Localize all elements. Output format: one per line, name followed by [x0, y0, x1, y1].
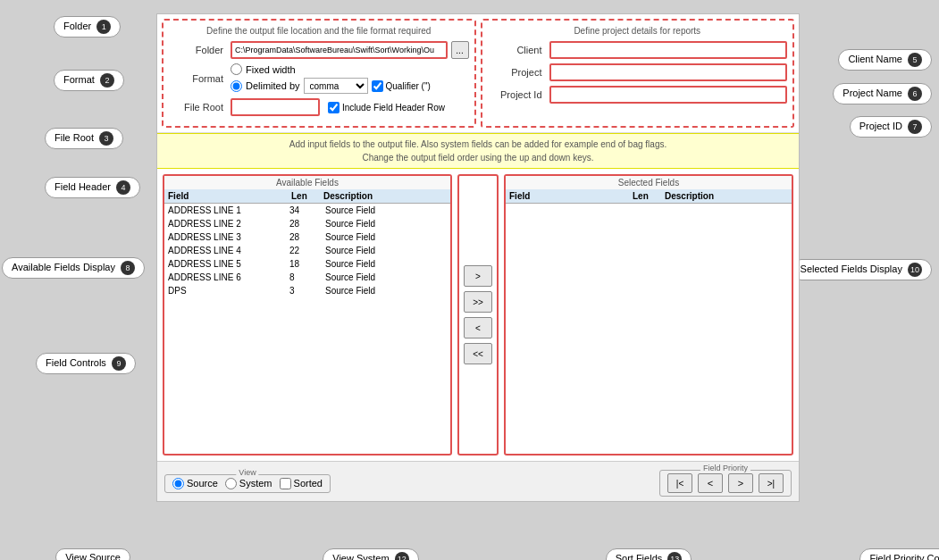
include-header-text: Include Field Header Row	[342, 103, 445, 113]
table-row[interactable]: ADDRESS LINE 518Source Field	[164, 257, 450, 271]
system-radio-label[interactable]: System	[225, 478, 272, 489]
file-root-row: File Root Include Field Header Row	[169, 98, 469, 116]
selected-fields-body	[506, 204, 792, 454]
label-available-fields: Available Fields Display 8	[2, 257, 145, 279]
qualifier-label: Qualifier (")	[386, 81, 431, 91]
selected-fields-panel: Selected Fields Field Len Description	[504, 174, 793, 456]
sorted-checkbox-label[interactable]: Sorted	[280, 478, 323, 489]
transfer-controls: > >> < <<	[457, 174, 499, 456]
col-field: Field	[168, 191, 291, 201]
label-project-id: Project ID 7	[850, 116, 932, 138]
file-root-label: File Root	[169, 102, 227, 113]
label-project-name: Project Name 6	[833, 83, 932, 104]
sel-col-field: Field	[509, 191, 633, 201]
qualifier-checkbox[interactable]	[372, 80, 383, 92]
add-one-button[interactable]: >	[464, 265, 492, 287]
label-field-controls: Field Controls 9	[36, 353, 136, 374]
available-fields-panel: Available Fields Field Len Description A…	[163, 174, 452, 456]
col-desc: Description	[323, 191, 447, 201]
include-header-label[interactable]: Include Field Header Row	[328, 102, 445, 113]
label-file-root: File Root 3	[45, 128, 123, 149]
project-id-input[interactable]	[549, 86, 788, 104]
source-radio[interactable]	[172, 478, 184, 489]
selected-fields-header: Field Len Description	[506, 189, 792, 204]
view-group: View Source System Sorted	[164, 474, 331, 493]
delimited-label: Delimited by	[246, 80, 300, 91]
fixed-width-label: Fixed width	[246, 64, 296, 75]
format-options: Fixed width Delimited by comma tab semic…	[231, 63, 469, 94]
fields-section: Available Fields Field Len Description A…	[157, 169, 799, 461]
label-format: Format 2	[54, 70, 124, 91]
remove-all-button[interactable]: <<	[464, 343, 492, 364]
info-line2: Change the output field order using the …	[166, 151, 790, 164]
priority-group: Field Priority |< < > >|	[659, 470, 792, 497]
format-label: Format	[169, 73, 227, 84]
available-fields-body: ADDRESS LINE 134Source Field ADDRESS LIN…	[164, 204, 450, 454]
available-fields-title: Available Fields	[164, 176, 450, 189]
project-input[interactable]	[549, 63, 788, 81]
label-view-system: View System 12	[323, 548, 418, 560]
table-row[interactable]: ADDRESS LINE 328Source Field	[164, 230, 450, 244]
priority-first-button[interactable]: |<	[667, 473, 692, 493]
table-row[interactable]: DPS3Source Field	[164, 284, 450, 297]
col-len: Len	[291, 191, 323, 201]
delimited-radio[interactable]	[231, 80, 242, 92]
table-row[interactable]: ADDRESS LINE 228Source Field	[164, 217, 450, 230]
file-root-input[interactable]	[231, 98, 320, 116]
view-group-label: View	[236, 468, 258, 477]
folder-row: Folder ...	[169, 41, 469, 59]
available-fields-header: Field Len Description	[164, 189, 450, 204]
left-panel-title: Define the output file location and the …	[169, 26, 469, 36]
left-config-panel: Define the output file location and the …	[162, 19, 476, 128]
info-bar: Add input fields to the output file. Als…	[157, 133, 799, 169]
view-system-annotation: View System 12	[367, 548, 374, 556]
bottom-bar: View Source System Sorted Field Priority…	[157, 461, 799, 501]
label-folder: Folder 1	[54, 16, 121, 38]
source-label: Source	[187, 478, 218, 489]
include-header-checkbox[interactable]	[328, 102, 340, 113]
project-id-row: Project Id	[488, 86, 788, 104]
folder-label: Folder	[169, 45, 227, 55]
format-row: Format Fixed width Delimited by comma ta…	[169, 63, 469, 94]
bottom-annotations: View Source View System 12 Sort Fields 1…	[89, 548, 930, 556]
client-label: Client	[488, 45, 546, 55]
source-radio-label[interactable]: Source	[172, 478, 218, 489]
table-row[interactable]: ADDRESS LINE 134Source Field	[164, 204, 450, 217]
client-input[interactable]	[549, 41, 788, 59]
fixed-width-radio[interactable]	[231, 63, 242, 75]
qualifier-checkbox-label[interactable]: Qualifier (")	[372, 80, 431, 92]
project-label: Project	[488, 67, 546, 78]
right-config-panel: Define project details for reports Clien…	[481, 19, 795, 128]
label-sort-fields: Sort Fields 13	[606, 548, 692, 560]
table-row[interactable]: ADDRESS LINE 68Source Field	[164, 271, 450, 284]
label-field-header: Field Header 4	[45, 177, 140, 198]
browse-button[interactable]: ...	[451, 41, 469, 59]
sorted-checkbox[interactable]	[280, 478, 291, 489]
delimiter-select[interactable]: comma tab semicolon	[304, 78, 368, 94]
project-id-label: Project Id	[488, 89, 546, 100]
project-row: Project	[488, 63, 788, 81]
remove-one-button[interactable]: <	[464, 317, 492, 339]
label-view-source: View Source	[55, 548, 130, 560]
system-label: System	[239, 478, 272, 489]
view-source-annotation: View Source	[89, 548, 96, 556]
right-panel-title: Define project details for reports	[488, 26, 788, 36]
main-wrapper: Define the output file location and the …	[156, 13, 800, 502]
delimited-row: Delimited by comma tab semicolon Qualifi…	[231, 78, 469, 94]
system-radio[interactable]	[225, 478, 237, 489]
client-row: Client	[488, 41, 788, 59]
field-priority-annotation: Field Priority Controls 14	[923, 548, 930, 556]
sorted-label: Sorted	[294, 478, 323, 489]
selected-fields-title: Selected Fields	[506, 176, 792, 189]
priority-group-label: Field Priority	[700, 464, 750, 472]
label-selected-fields: Selected Fields Display 10	[791, 259, 932, 280]
table-row[interactable]: ADDRESS LINE 422Source Field	[164, 244, 450, 257]
priority-next-button[interactable]: >	[728, 473, 753, 493]
sel-col-desc: Description	[665, 191, 788, 201]
add-all-button[interactable]: >>	[464, 291, 492, 313]
label-client-name: Client Name 5	[838, 49, 932, 71]
label-field-priority: Field Priority Controls 14	[859, 548, 939, 560]
folder-input[interactable]	[231, 41, 448, 59]
priority-prev-button[interactable]: <	[698, 473, 723, 493]
priority-last-button[interactable]: >|	[759, 473, 784, 493]
